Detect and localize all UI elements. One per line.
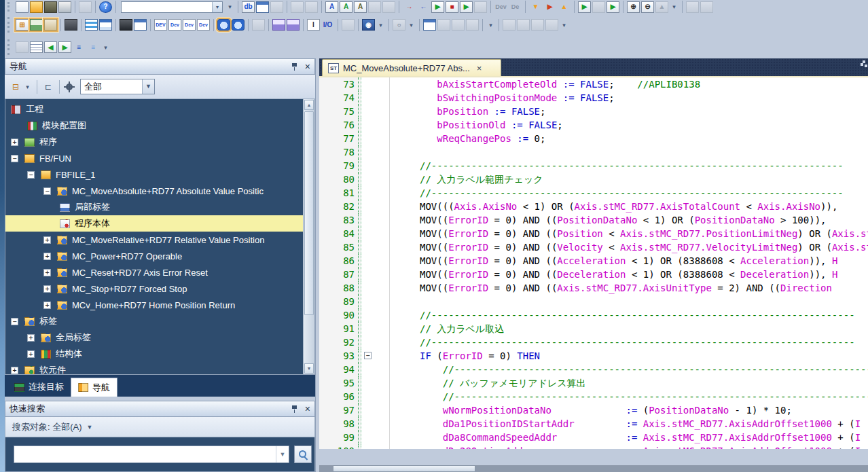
expand-icon[interactable]: + [27, 334, 35, 342]
toolbar-overflow-1-icon[interactable]: ▾ [226, 3, 234, 10]
program-list-icon[interactable] [252, 19, 265, 31]
save-project-icon[interactable] [44, 1, 57, 13]
code-text[interactable]: MOV((ErrorID = 0) AND ((PositionDataNo <… [390, 213, 868, 227]
io-assignment-icon[interactable]: I/O [321, 19, 334, 31]
tree-item[interactable]: 工程 [5, 101, 303, 117]
display-option-2-icon[interactable] [382, 1, 395, 13]
code-text[interactable] [390, 295, 868, 308]
tree-item[interactable]: −MC_MoveAbsolute+RD77 Absolute Value Pos… [5, 183, 303, 199]
code-text[interactable]: //--------------------------------------… [390, 335, 868, 349]
write-to-plc-icon[interactable]: ▼ [529, 1, 542, 13]
tree-item[interactable]: −标签 [5, 313, 303, 329]
collapse-icon[interactable]: − [11, 318, 18, 325]
note-display-icon[interactable]: A [354, 1, 367, 13]
fold-collapse-icon[interactable]: − [364, 352, 372, 359]
window-overflow-icon[interactable]: ▾ [560, 22, 568, 29]
device-search-icon[interactable]: ○ [393, 19, 405, 31]
monitor-write-icon[interactable]: ▶ [607, 1, 619, 13]
code-line[interactable]: 87MOV((ErrorID = 0) AND ((Deceleration <… [319, 268, 868, 281]
watch-1-icon[interactable] [217, 19, 230, 31]
tree-item[interactable]: +程序 [5, 134, 303, 150]
monitor-start-icon[interactable]: ▶ [578, 1, 591, 13]
toolbar-grip[interactable] [7, 2, 12, 12]
redo-icon[interactable] [305, 1, 318, 13]
code-text[interactable]: //--------------------------------------… [390, 159, 868, 173]
statement-display-icon[interactable]: A [340, 1, 352, 13]
code-line[interactable]: 85MOV((ErrorID = 0) AND ((Velocity < Axi… [319, 240, 868, 254]
zoom-out-icon[interactable]: ⊖ [641, 1, 654, 13]
code-line[interactable]: 78 [319, 145, 868, 159]
code-text[interactable]: IF (ErrorID = 0) THEN [390, 349, 868, 363]
code-line[interactable]: 100 dDa28OptionAddr := Axis.stMC_RD77.Ax… [319, 444, 868, 449]
code-line[interactable]: 96 //-----------------------------------… [319, 390, 868, 403]
tree-item[interactable]: 模块配置图 [5, 117, 303, 134]
device-memory-icon[interactable]: Dev [168, 19, 181, 31]
module-configuration-icon[interactable] [65, 19, 77, 31]
code-line[interactable]: 93−IF (ErrorID = 0) THEN [319, 349, 868, 363]
verify-with-plc-icon[interactable]: ▲ [558, 1, 571, 13]
code-text[interactable]: dDa8CommandSpeedAddr := Axis.stMC_RD77.A… [390, 431, 868, 444]
list-view-icon[interactable] [466, 19, 479, 31]
label-editor-icon[interactable] [99, 19, 112, 31]
read-from-plc-icon[interactable]: ▶ [543, 1, 556, 13]
expand-icon[interactable]: + [11, 367, 18, 374]
gear-icon[interactable] [64, 81, 75, 92]
window-tool-1-icon[interactable] [503, 19, 516, 31]
chevron-down-icon[interactable]: ▼ [276, 446, 289, 462]
window-tool-4-icon[interactable] [545, 19, 558, 31]
close-tab-icon[interactable]: × [477, 63, 482, 73]
code-text[interactable]: MOV((ErrorID = 0) AND ((Axis.stMC_RD77.A… [390, 281, 868, 295]
code-text[interactable]: wNormPositionDataNo := (PositionDataNo -… [390, 403, 868, 417]
window-tool-3-icon[interactable] [531, 19, 544, 31]
code-text[interactable]: bSwitchingPositonMode := FALSE; [390, 91, 868, 105]
find-previous-icon[interactable]: ◀ [44, 41, 57, 53]
code-line[interactable]: 84MOV((ErrorID = 0) AND ((Position < Axi… [319, 227, 868, 240]
device-label-1-icon[interactable]: Dev [494, 1, 507, 13]
editor-tab[interactable]: ST MC_MoveAbsolute+RD77 Abs... × [322, 59, 501, 76]
monitor-stop-icon[interactable] [592, 1, 605, 13]
expand-icon[interactable]: + [43, 269, 51, 276]
view-overflow-icon[interactable]: ▾ [487, 22, 494, 29]
program-editor-icon[interactable] [85, 19, 98, 31]
collapse-icon[interactable]: − [43, 187, 51, 195]
close-icon[interactable]: × [305, 62, 310, 71]
code-text[interactable]: bPosition := FALSE; [390, 105, 868, 118]
code-text[interactable]: MOV((ErrorID = 0) AND ((Deceleration < 1… [390, 268, 868, 281]
code-line[interactable]: 76 bPositionOld := FALSE; [319, 118, 868, 132]
tree-item[interactable]: +MC_Stop+RD77 Forced Stop [5, 280, 303, 297]
code-text[interactable]: //--------------------------------------… [390, 363, 868, 376]
window-zoom-icon[interactable] [423, 19, 436, 31]
expand-icon[interactable]: + [43, 302, 51, 309]
panel-tab-navigation[interactable]: 导航 [71, 378, 117, 397]
bookmark-find-red-icon[interactable]: ■ [446, 1, 458, 13]
keyword-search-combobox[interactable]: ▾ [121, 1, 223, 13]
print-icon[interactable] [58, 1, 71, 13]
find-replace-icon[interactable] [120, 19, 132, 31]
bookmark-find-green-icon[interactable]: ▶ [431, 1, 444, 13]
undo-icon[interactable] [291, 1, 304, 13]
code-text[interactable]: //--------------------------------------… [390, 308, 868, 322]
st-edit-icon[interactable]: I [307, 19, 320, 31]
jump-back-icon[interactable]: → [403, 1, 416, 13]
code-text[interactable]: MOV(((Axis.AxisNo < 1) OR (Axis.stMC_RD7… [390, 200, 868, 213]
tree-item[interactable]: +MCv_Home+RD77 Home Position Return [5, 297, 303, 313]
tree-filter-select[interactable]: 全部 ▼ [80, 79, 155, 94]
collapse-all-icon[interactable]: ⊏ [41, 80, 55, 94]
navigation-window-icon[interactable]: ⊞ [16, 19, 29, 31]
device-comment-icon[interactable]: DEV [154, 19, 167, 31]
code-line[interactable]: 98 dDa1PositionIDStartAddr := Axis.stMC_… [319, 417, 868, 431]
chevron-down-icon[interactable]: ▾ [212, 2, 222, 12]
code-line[interactable]: 79//------------------------------------… [319, 159, 868, 173]
edit-mode-icon[interactable] [16, 41, 29, 53]
ladder-edit-1-icon[interactable] [272, 19, 285, 31]
tree-item[interactable]: 程序本体 [5, 215, 303, 232]
chevron-down-icon[interactable]: ▼ [142, 79, 154, 94]
code-line[interactable]: 99 dDa8CommandSpeedAddr := Axis.stMC_RD7… [319, 431, 868, 444]
tree-item[interactable]: +软元件 [5, 362, 303, 375]
display-format-1-icon[interactable]: ≡ [73, 41, 86, 53]
find-window-icon[interactable] [134, 19, 147, 31]
ladder-edit-2-icon[interactable] [287, 19, 300, 31]
display-setting-caret-icon[interactable]: ▾ [24, 84, 31, 90]
jump-forward-icon[interactable]: ← [417, 1, 430, 13]
pin-icon[interactable] [291, 405, 298, 414]
